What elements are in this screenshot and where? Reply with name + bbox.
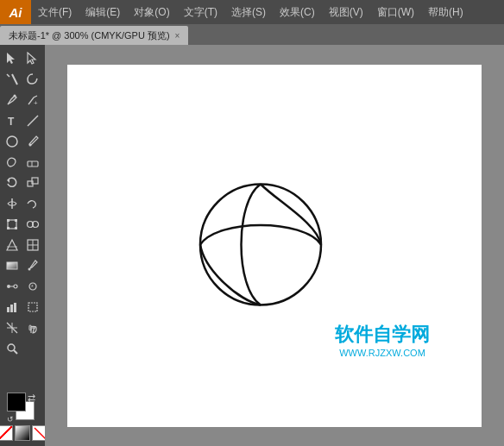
document-tab[interactable]: 未标题-1* @ 300% (CMYK/GPU 预览) ×	[0, 26, 188, 45]
svg-marker-1	[28, 53, 35, 64]
symbol-sprayer-tool[interactable]: *	[22, 276, 43, 297]
svg-point-9	[29, 144, 32, 147]
color-mode-row	[0, 425, 45, 441]
swap-colors-icon[interactable]: ⇄	[28, 393, 38, 403]
svg-text:*: *	[31, 284, 34, 290]
svg-point-31	[14, 285, 17, 288]
canvas-white: 软件自学网 WWW.RJZXW.COM	[67, 65, 482, 427]
watermark-sub-text: WWW.RJZXW.COM	[335, 348, 430, 358]
svg-rect-17	[7, 219, 9, 222]
tab-label: 未标题-1* @ 300% (CMYK/GPU 预览)	[9, 29, 170, 42]
svg-line-3	[7, 74, 9, 77]
hand-tool[interactable]	[22, 317, 43, 338]
placeholder-tool	[22, 338, 43, 359]
lasso-tool[interactable]	[22, 69, 43, 90]
warp-tool[interactable]	[22, 193, 43, 214]
svg-rect-36	[10, 305, 13, 312]
selection-tool[interactable]	[2, 48, 22, 69]
tabbar: 未标题-1* @ 300% (CMYK/GPU 预览) ×	[0, 24, 504, 45]
menu-file[interactable]: 文件(F)	[31, 0, 79, 24]
mesh-tool[interactable]	[22, 235, 43, 255]
blend-tool[interactable]	[2, 276, 22, 297]
toolbar: + T	[0, 45, 45, 446]
svg-rect-20	[15, 227, 17, 229]
menu-bar: 文件(F) 编辑(E) 对象(O) 文字(T) 选择(S) 效果(C) 视图(V…	[31, 0, 470, 24]
eyedropper-tool[interactable]	[22, 255, 43, 276]
watermark-main-text: 软件自学网	[335, 322, 430, 348]
menu-select[interactable]: 选择(S)	[224, 0, 273, 24]
svg-rect-19	[7, 227, 9, 229]
add-anchor-tool[interactable]: +	[22, 90, 43, 110]
svg-marker-0	[7, 53, 15, 64]
free-transform-tool[interactable]	[2, 214, 22, 235]
color-swatches[interactable]: ⇄ ↺	[7, 393, 38, 424]
menu-effect[interactable]: 效果(C)	[273, 0, 322, 24]
svg-point-30	[7, 285, 10, 288]
canvas-area: 软件自学网 WWW.RJZXW.COM	[45, 45, 504, 446]
svg-point-4	[14, 95, 16, 97]
magic-wand-tool[interactable]	[2, 69, 22, 90]
menu-edit[interactable]: 编辑(E)	[79, 0, 127, 24]
blob-brush-tool[interactable]	[2, 152, 22, 173]
none-color-box[interactable]	[32, 425, 45, 441]
color-area: ⇄ ↺	[0, 393, 45, 446]
svg-rect-10	[28, 161, 38, 166]
svg-line-7	[28, 116, 38, 126]
rotate-tool[interactable]	[2, 173, 22, 193]
artboard-tool[interactable]	[22, 297, 43, 317]
type-tool[interactable]: T	[2, 110, 22, 131]
svg-point-43	[8, 344, 15, 351]
perspective-tool[interactable]	[2, 235, 22, 255]
gradient-color-box[interactable]	[15, 425, 30, 441]
svg-rect-18	[15, 219, 17, 222]
svg-text:T: T	[8, 116, 15, 128]
watermark: 软件自学网 WWW.RJZXW.COM	[335, 322, 430, 358]
menu-view[interactable]: 视图(V)	[322, 0, 370, 24]
ai-logo: Ai	[0, 0, 31, 24]
menu-help[interactable]: 帮助(H)	[421, 0, 470, 24]
menu-window[interactable]: 窗口(W)	[370, 0, 421, 24]
svg-line-45	[35, 428, 45, 440]
svg-rect-37	[14, 303, 16, 312]
foreground-color-box[interactable]	[7, 393, 26, 411]
no-color-box[interactable]	[0, 425, 13, 441]
slice-tool[interactable]	[2, 317, 22, 338]
svg-rect-35	[7, 307, 9, 312]
main-area: + T	[0, 45, 504, 446]
reset-colors-icon[interactable]: ↺	[7, 415, 16, 424]
titlebar: Ai 文件(F) 编辑(E) 对象(O) 文字(T) 选择(S) 效果(C) 视…	[0, 0, 504, 24]
svg-marker-12	[7, 178, 9, 183]
scale-tool[interactable]	[22, 173, 43, 193]
ellipse-tool[interactable]	[2, 131, 22, 152]
shape-builder-tool[interactable]	[22, 214, 43, 235]
eraser-tool[interactable]	[22, 152, 43, 173]
svg-rect-28	[7, 262, 17, 269]
menu-type[interactable]: 文字(T)	[177, 0, 224, 24]
basketball-drawing	[192, 175, 330, 316]
svg-point-8	[7, 136, 17, 147]
pen-tool[interactable]	[2, 90, 22, 110]
line-tool[interactable]	[22, 110, 43, 131]
svg-rect-38	[28, 303, 37, 311]
zoom-tool[interactable]	[2, 338, 22, 359]
svg-line-2	[12, 74, 17, 85]
width-tool[interactable]	[2, 193, 22, 214]
tab-close-button[interactable]: ×	[175, 31, 180, 41]
svg-point-29	[28, 268, 31, 271]
svg-point-46	[200, 184, 321, 305]
direct-selection-tool[interactable]	[22, 48, 43, 69]
svg-rect-42	[29, 325, 31, 330]
svg-text:+: +	[34, 99, 38, 107]
column-graph-tool[interactable]	[2, 297, 22, 317]
paintbrush-tool[interactable]	[22, 131, 43, 152]
svg-marker-23	[7, 240, 17, 250]
gradient-tool[interactable]	[2, 255, 22, 276]
svg-line-44	[14, 350, 17, 354]
menu-object[interactable]: 对象(O)	[127, 0, 176, 24]
